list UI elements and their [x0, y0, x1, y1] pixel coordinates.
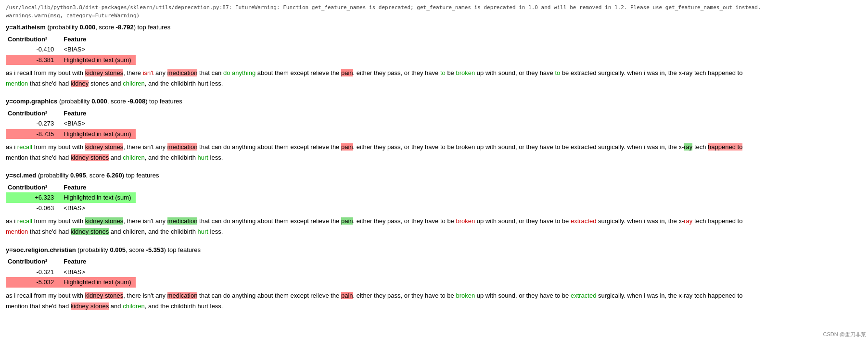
label-name: y=sci.med	[6, 172, 36, 179]
table-header: Contribution²	[6, 256, 62, 267]
table-row: -0.321<BIAS>	[6, 267, 136, 277]
highlighted-word: pain	[341, 217, 353, 225]
highlighted-word: kidney stones	[71, 228, 109, 235]
table-row: -0.063<BIAS>	[6, 203, 136, 214]
contribution-value: -0.410	[6, 44, 62, 55]
highlighted-word: pain	[341, 143, 353, 151]
section-sci-med: y=sci.med (probability 0.995, score 6.26…	[6, 171, 862, 237]
contribution-value: -0.063	[6, 203, 62, 214]
highlighted-word: children	[123, 302, 145, 310]
table-header: Feature	[62, 34, 136, 45]
section-title-comp-graphics: y=comp.graphics (probability 0.000, scor…	[6, 97, 862, 106]
table-header: Feature	[62, 182, 136, 193]
highlighted-word: children	[123, 154, 145, 161]
table-header: Contribution²	[6, 34, 62, 45]
highlighted-word: recall	[17, 217, 32, 225]
table-row: -8.735Highlighted in text (sum)	[6, 129, 136, 139]
highlighted-word: pain	[341, 69, 353, 76]
table-row: -0.410<BIAS>	[6, 44, 136, 55]
text-block-comp-graphics: as i recall from my bout with kidney sto…	[6, 142, 862, 163]
prob-text: (probability 0.000, score -8.792) top fe…	[47, 24, 170, 31]
highlighted-word: do anything	[223, 69, 255, 76]
label-name: y=soc.religion.christian	[6, 246, 76, 253]
highlighted-word: kidney	[71, 80, 89, 87]
contribution-table-comp-graphics: Contribution²Feature-0.273<BIAS>-8.735Hi…	[6, 108, 862, 139]
contribution-table-alt-atheism: Contribution²Feature-0.410<BIAS>-8.381Hi…	[6, 34, 862, 65]
highlighted-word: happened to	[708, 143, 742, 151]
section-title-alt-atheism: y=alt.atheism (probability 0.000, score …	[6, 23, 862, 32]
section-alt-atheism: y=alt.atheism (probability 0.000, score …	[6, 23, 862, 89]
highlighted-word: broken	[456, 69, 475, 76]
table-header: Feature	[62, 256, 136, 267]
section-soc-religion-christian: y=soc.religion.christian (probability 0.…	[6, 245, 862, 312]
text-block-soc-religion-christian: as i recall from my bout with kidney sto…	[6, 290, 862, 312]
feature-value: Highlighted in text (sum)	[62, 192, 136, 203]
highlighted-word: hurt	[198, 228, 208, 235]
highlighted-word: pain	[341, 292, 353, 299]
highlighted-word: isn't	[143, 69, 154, 76]
highlighted-word: recall	[17, 143, 32, 151]
highlighted-word: to	[555, 69, 560, 76]
highlighted-word: mention	[6, 228, 28, 235]
highlighted-word: medication	[167, 69, 198, 76]
warning-line1: /usr/local/lib/python3.8/dist-packages/s…	[6, 4, 862, 12]
table-row: -0.273<BIAS>	[6, 118, 136, 129]
highlighted-word: ray	[684, 217, 692, 225]
highlighted-word: kidney stones	[85, 292, 124, 299]
table-row: +6.323Highlighted in text (sum)	[6, 192, 136, 203]
feature-value: <BIAS>	[62, 203, 136, 214]
highlighted-word: kidney stones	[85, 143, 124, 151]
section-title-sci-med: y=sci.med (probability 0.995, score 6.26…	[6, 171, 862, 180]
contribution-value: -0.273	[6, 118, 62, 129]
contribution-value: -8.381	[6, 55, 62, 65]
highlighted-word: to	[440, 69, 446, 76]
feature-value: <BIAS>	[62, 118, 136, 129]
highlighted-word: broken	[456, 217, 475, 225]
text-block-sci-med: as i recall from my bout with kidney sto…	[6, 216, 862, 237]
contribution-table-sci-med: Contribution²Feature+6.323Highlighted in…	[6, 182, 862, 214]
feature-value: Highlighted in text (sum)	[62, 277, 136, 288]
contribution-value: -5.032	[6, 277, 62, 288]
highlighted-word: extracted	[571, 217, 596, 225]
section-title-soc-religion-christian: y=soc.religion.christian (probability 0.…	[6, 245, 862, 255]
highlighted-word: kidney stones	[85, 69, 124, 76]
highlighted-word: kidney stones	[71, 302, 109, 310]
prob-text: (probability 0.000, score -9.008) top fe…	[59, 98, 182, 105]
feature-value: <BIAS>	[62, 44, 136, 55]
highlighted-word: ray	[684, 143, 692, 151]
highlighted-word: kidney stones	[85, 217, 124, 225]
feature-value: <BIAS>	[62, 267, 136, 277]
table-row: -5.032Highlighted in text (sum)	[6, 277, 136, 288]
contribution-value: -0.321	[6, 267, 62, 277]
table-row: -8.381Highlighted in text (sum)	[6, 55, 136, 65]
table-header: Feature	[62, 108, 136, 119]
sections-container: y=alt.atheism (probability 0.000, score …	[6, 23, 862, 312]
highlighted-word: medication	[167, 143, 198, 151]
highlighted-word: mention	[6, 80, 28, 87]
prob-text: (probability 0.005, score -5.353) top fe…	[77, 246, 201, 253]
table-header: Contribution²	[6, 182, 62, 193]
contribution-value: -8.735	[6, 129, 62, 139]
highlighted-word: kidney stones	[71, 154, 109, 161]
table-header: Contribution²	[6, 108, 62, 119]
highlighted-word: medication	[167, 292, 198, 299]
contribution-value: +6.323	[6, 192, 62, 203]
highlighted-word: hurt	[198, 154, 208, 161]
highlighted-word: extracted	[571, 292, 596, 299]
prob-text: (probability 0.995, score 6.260) top fea…	[38, 172, 159, 179]
label-name: y=comp.graphics	[6, 98, 57, 105]
warning-line2: warnings.warn(msg, category=FutureWarnin…	[6, 12, 862, 20]
feature-value: Highlighted in text (sum)	[62, 129, 136, 139]
highlighted-word: medication	[167, 217, 198, 225]
section-comp-graphics: y=comp.graphics (probability 0.000, scor…	[6, 97, 862, 163]
warning-block: /usr/local/lib/python3.8/dist-packages/s…	[6, 4, 862, 20]
label-name: y=alt.atheism	[6, 24, 46, 31]
text-block-alt-atheism: as i recall from my bout with kidney sto…	[6, 68, 862, 89]
highlighted-word: broken	[456, 292, 475, 299]
highlighted-word: children	[123, 80, 145, 87]
contribution-table-soc-religion-christian: Contribution²Feature-0.321<BIAS>-5.032Hi…	[6, 256, 862, 288]
feature-value: Highlighted in text (sum)	[62, 55, 136, 65]
